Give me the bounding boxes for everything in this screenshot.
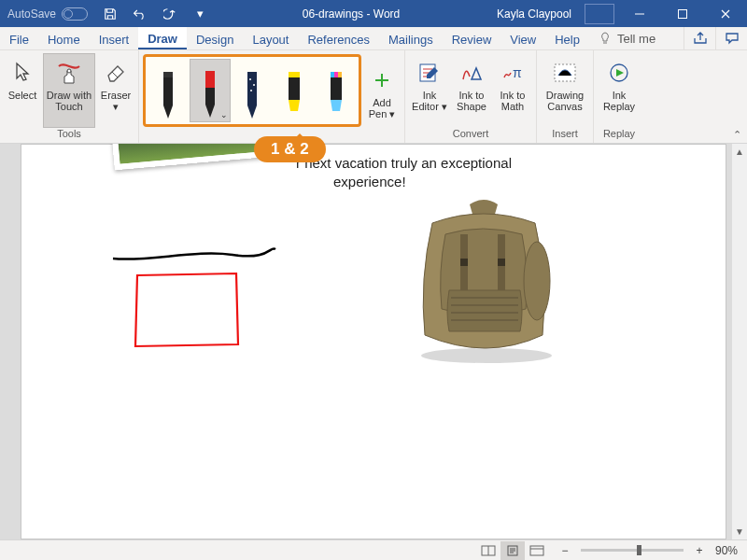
qat-customize-button[interactable]: ▾ xyxy=(185,0,215,27)
svg-text:π: π xyxy=(513,65,522,80)
document-title: 06-drawings - Word xyxy=(215,7,487,21)
vertical-scrollbar[interactable]: ▲ ▼ xyxy=(731,144,747,539)
scroll-down-icon[interactable]: ▼ xyxy=(732,524,747,539)
ink-shape-icon xyxy=(460,63,483,83)
svg-point-4 xyxy=(249,78,251,80)
tab-insert[interactable]: Insert xyxy=(90,27,139,49)
collapse-ribbon-button[interactable]: ⌃ xyxy=(733,129,741,141)
user-name[interactable]: Kayla Claypool xyxy=(487,7,581,21)
svg-rect-18 xyxy=(460,259,468,266)
replay-icon xyxy=(608,63,630,83)
web-layout-button[interactable] xyxy=(525,541,549,560)
eraser-button[interactable]: Eraser▾ xyxy=(97,53,134,128)
svg-point-16 xyxy=(421,348,552,363)
step-callout: 1 & 2 xyxy=(254,136,326,162)
plus-icon xyxy=(374,72,390,89)
close-button[interactable] xyxy=(704,0,747,27)
status-bar: − + 90% xyxy=(0,539,747,560)
svg-rect-19 xyxy=(498,259,505,266)
tab-help[interactable]: Help xyxy=(545,27,589,49)
zoom-out-button[interactable]: − xyxy=(558,544,571,557)
scroll-up-icon[interactable]: ▲ xyxy=(732,144,747,160)
select-button[interactable]: Select xyxy=(4,53,41,128)
ink-to-shape-button[interactable]: Ink toShape xyxy=(452,53,491,128)
zoom-slider[interactable] xyxy=(581,549,684,552)
backpack-image[interactable] xyxy=(404,197,563,365)
tab-view[interactable]: View xyxy=(500,27,545,49)
tab-review[interactable]: Review xyxy=(443,27,501,49)
svg-point-17 xyxy=(524,242,550,320)
svg-point-5 xyxy=(253,84,255,86)
minimize-button[interactable] xyxy=(618,0,661,27)
ink-replay-button[interactable]: InkReplay xyxy=(598,53,641,128)
svg-point-6 xyxy=(250,90,252,91)
ink-math-icon: π xyxy=(501,63,524,83)
svg-rect-22 xyxy=(530,546,543,555)
print-layout-button[interactable] xyxy=(500,541,525,560)
group-replay: InkReplay Replay xyxy=(594,50,644,143)
ribbon-tabs: File Home Insert Draw Design Layout Refe… xyxy=(0,27,747,50)
eraser-icon xyxy=(105,63,127,83)
svg-rect-9 xyxy=(331,72,334,77)
autosave-switch-icon xyxy=(62,7,88,21)
add-pen-button[interactable]: AddPen ▾ xyxy=(363,61,401,120)
ink-stroke-red-rect[interactable] xyxy=(132,270,244,354)
tab-references[interactable]: References xyxy=(298,27,378,49)
tell-me-search[interactable]: Tell me xyxy=(589,27,665,49)
highlighter-yellow[interactable] xyxy=(274,59,315,122)
svg-rect-3 xyxy=(205,71,215,88)
tab-mailings[interactable]: Mailings xyxy=(379,27,443,49)
view-buttons xyxy=(476,541,549,560)
pen-red[interactable]: ⌄ xyxy=(190,59,231,122)
undo-button[interactable] xyxy=(125,0,155,27)
draw-with-touch-button[interactable]: Draw withTouch xyxy=(43,53,95,128)
comments-button[interactable] xyxy=(715,27,747,49)
svg-rect-10 xyxy=(334,72,338,77)
ink-editor-button[interactable]: InkEditor ▾ xyxy=(409,53,450,128)
highlighter-rainbow[interactable] xyxy=(316,59,357,122)
cursor-icon xyxy=(13,62,32,84)
group-tools: Select Draw withTouch Eraser▾ Tools xyxy=(0,50,139,143)
tab-layout[interactable]: Layout xyxy=(243,27,298,49)
title-bar: AutoSave ▾ 06-drawings - Word Kayla Clay… xyxy=(0,0,747,27)
tab-draw[interactable]: Draw xyxy=(138,27,187,49)
touch-icon xyxy=(55,61,83,85)
svg-point-1 xyxy=(67,69,71,73)
svg-rect-0 xyxy=(679,9,687,18)
ink-editor-icon xyxy=(417,62,442,84)
quick-access-toolbar: ▾ xyxy=(95,0,215,27)
autosave-toggle[interactable]: AutoSave xyxy=(0,7,95,21)
document-area: r next vacation truly an exceptional exp… xyxy=(0,144,747,539)
page[interactable]: r next vacation truly an exceptional exp… xyxy=(21,144,726,539)
group-pens: ⌄ AddPen ▾ xyxy=(139,50,405,143)
zoom-in-button[interactable]: + xyxy=(693,544,706,557)
body-text: r next vacation truly an exceptional exp… xyxy=(296,154,512,190)
pen-black[interactable] xyxy=(148,59,189,122)
tab-home[interactable]: Home xyxy=(38,27,90,49)
drawing-canvas-button[interactable]: DrawingCanvas xyxy=(541,53,589,128)
canvas-icon xyxy=(553,63,577,83)
lightbulb-icon xyxy=(599,32,612,45)
group-insert: DrawingCanvas Insert xyxy=(537,50,594,143)
svg-rect-2 xyxy=(163,72,173,77)
redo-button[interactable] xyxy=(155,0,185,27)
maximize-button[interactable] xyxy=(661,0,704,27)
pen-galaxy[interactable] xyxy=(232,59,273,122)
ink-stroke-black[interactable] xyxy=(111,242,279,270)
pens-gallery[interactable]: ⌄ xyxy=(143,54,361,127)
zoom-level[interactable]: 90% xyxy=(715,544,738,557)
read-mode-button[interactable] xyxy=(476,541,500,560)
ribbon-display-options-icon[interactable] xyxy=(585,4,614,24)
svg-rect-11 xyxy=(338,72,342,77)
save-button[interactable] xyxy=(95,0,125,27)
tab-file[interactable]: File xyxy=(0,27,38,49)
group-convert: InkEditor ▾ Ink toShape π Ink toMath Con… xyxy=(405,50,537,143)
zoom-thumb[interactable] xyxy=(637,545,641,555)
inserted-photo[interactable] xyxy=(112,144,272,170)
chevron-down-icon: ⌄ xyxy=(220,110,228,119)
share-button[interactable] xyxy=(684,27,715,49)
tab-design[interactable]: Design xyxy=(187,27,243,49)
ink-to-math-button[interactable]: π Ink toMath xyxy=(493,53,532,128)
ribbon: Select Draw withTouch Eraser▾ Tools ⌄ xyxy=(0,50,747,144)
